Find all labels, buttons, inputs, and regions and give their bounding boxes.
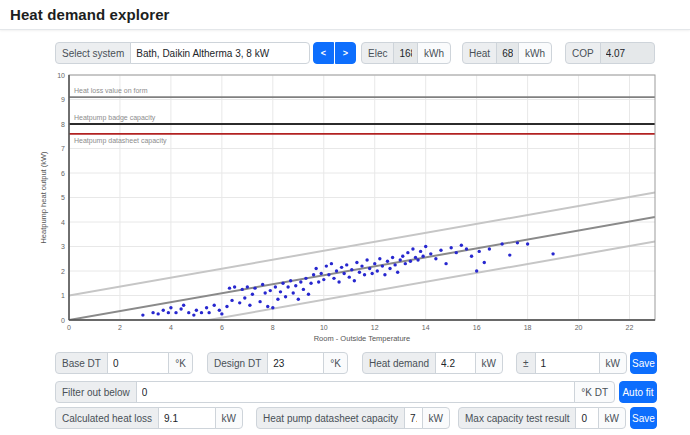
base-dt-unit: °K bbox=[168, 352, 193, 374]
select-system-input[interactable] bbox=[130, 42, 310, 64]
scatter-point bbox=[508, 253, 511, 256]
scatter-point bbox=[332, 277, 335, 280]
scatter-point bbox=[205, 306, 208, 309]
system-nav-buttons: < > bbox=[313, 42, 356, 64]
filter-group: Filter out below °K DT bbox=[55, 381, 615, 403]
x-tick-label: 4 bbox=[169, 324, 173, 331]
scatter-point bbox=[551, 252, 554, 255]
scatter-point bbox=[353, 279, 356, 282]
scatter-point bbox=[307, 293, 310, 296]
scatter-point bbox=[455, 251, 458, 254]
base-dt-input[interactable] bbox=[107, 352, 169, 374]
x-tick-label: 22 bbox=[626, 324, 634, 331]
base-dt-label: Base DT bbox=[55, 352, 108, 374]
scatter-point bbox=[330, 262, 333, 265]
scatter-point bbox=[444, 262, 447, 265]
scatter-point bbox=[449, 246, 452, 249]
scatter-point bbox=[169, 306, 172, 309]
y-tick-label: 2 bbox=[61, 268, 65, 275]
design-dt-input[interactable] bbox=[267, 352, 324, 374]
x-tick-label: 18 bbox=[524, 324, 532, 331]
scatter-point bbox=[279, 290, 282, 293]
scatter-point bbox=[342, 272, 345, 275]
auto-fit-button[interactable]: Auto fit bbox=[619, 381, 657, 403]
calculated-heat-loss-unit: kW bbox=[215, 407, 243, 429]
scatter-point bbox=[488, 247, 491, 250]
y-axis-title: Heatpump heat output (kW) bbox=[39, 151, 48, 244]
scatter-point bbox=[251, 293, 254, 296]
scatter-point bbox=[162, 309, 165, 312]
scatter-point bbox=[363, 273, 366, 276]
scatter-point bbox=[320, 272, 323, 275]
scatter-point bbox=[411, 247, 414, 250]
scatter-point bbox=[350, 268, 353, 271]
scatter-point bbox=[416, 258, 419, 261]
calculated-heat-loss-input[interactable] bbox=[158, 407, 215, 429]
heat-demand-input[interactable] bbox=[435, 352, 476, 374]
scatter-point bbox=[284, 295, 287, 298]
scatter-point bbox=[312, 273, 315, 276]
prev-system-button[interactable]: < bbox=[313, 42, 334, 64]
scatter-point bbox=[167, 311, 170, 314]
heat-demand-group: Heat demand kW bbox=[362, 352, 503, 374]
design-dt-group: Design DT °K bbox=[207, 352, 348, 374]
select-system-group: Select system bbox=[55, 42, 310, 64]
y-tick-label: 8 bbox=[61, 121, 65, 128]
scatter-point bbox=[360, 264, 363, 267]
scatter-point bbox=[243, 296, 246, 299]
filter-input[interactable] bbox=[136, 381, 575, 403]
elec-unit: kWh bbox=[417, 42, 451, 64]
scatter-point bbox=[475, 269, 478, 272]
scatter-point bbox=[294, 284, 297, 287]
title-bar: Heat demand explorer bbox=[0, 0, 690, 30]
scatter-point bbox=[340, 266, 343, 269]
datasheet-capacity-input[interactable] bbox=[404, 407, 422, 429]
heat-value bbox=[496, 42, 519, 64]
scatter-point bbox=[478, 250, 481, 253]
elec-group: Elec kWh bbox=[361, 42, 451, 64]
scatter-point bbox=[401, 255, 404, 258]
x-tick-label: 10 bbox=[320, 324, 328, 331]
scatter-point bbox=[151, 311, 154, 314]
scatter-point bbox=[220, 312, 223, 315]
scatter-point bbox=[258, 300, 261, 303]
save-capacity-button[interactable]: Save bbox=[630, 407, 657, 429]
cop-value bbox=[600, 42, 655, 64]
y-tick-label: 6 bbox=[61, 170, 65, 177]
y-tick-label: 3 bbox=[61, 243, 65, 250]
scatter-point bbox=[274, 285, 277, 288]
x-tick-label: 2 bbox=[118, 324, 122, 331]
scatter-point bbox=[230, 299, 233, 302]
tolerance-group: ± kW bbox=[516, 352, 627, 374]
scatter-point bbox=[179, 307, 182, 310]
datasheet-capacity-group: Heat pump datasheet capacity kW bbox=[256, 407, 450, 429]
tolerance-input[interactable] bbox=[535, 352, 600, 374]
scatter-point bbox=[289, 279, 292, 282]
scatter-point bbox=[292, 291, 295, 294]
scatter-point bbox=[396, 271, 399, 274]
scatter-point bbox=[376, 269, 379, 272]
scatter-point bbox=[213, 304, 216, 307]
scatter-point bbox=[391, 256, 394, 259]
scatter-point bbox=[516, 241, 519, 244]
reference-line-label: Heat loss value on form bbox=[74, 87, 148, 94]
scatter-point bbox=[261, 283, 264, 286]
scatter-point bbox=[365, 258, 368, 261]
scatter-point bbox=[345, 263, 348, 266]
scatter-point bbox=[325, 264, 328, 267]
datasheet-capacity-unit: kW bbox=[422, 407, 450, 429]
save-heat-demand-button[interactable]: Save bbox=[630, 352, 657, 374]
plot-layer bbox=[69, 193, 655, 345]
scatter-point bbox=[192, 313, 195, 316]
scatter-point bbox=[241, 288, 244, 291]
max-capacity-input[interactable] bbox=[575, 407, 598, 429]
scatter-point bbox=[348, 275, 351, 278]
scatter-point bbox=[276, 297, 279, 300]
scatter-point bbox=[355, 261, 358, 264]
scatter-point bbox=[200, 311, 203, 314]
scatter-point bbox=[269, 289, 272, 292]
next-system-button[interactable]: > bbox=[335, 42, 356, 64]
cop-group: COP bbox=[565, 42, 655, 64]
heat-demand-chart: Heat loss value on formHeatpump badge ca… bbox=[38, 66, 690, 350]
scatter-point bbox=[156, 312, 159, 315]
